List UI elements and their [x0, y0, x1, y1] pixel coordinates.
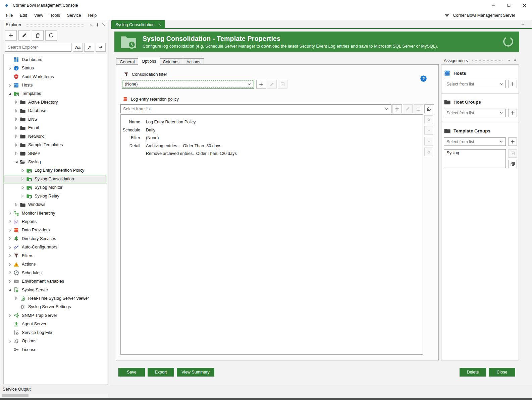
expander-icon[interactable] [14, 296, 19, 301]
copy-template-group-button[interactable] [508, 160, 517, 168]
view-summary-button[interactable]: View Summary [177, 368, 214, 377]
add-filter-button[interactable] [256, 80, 266, 89]
tree-item-dashboard[interactable]: Dashboard [4, 55, 107, 64]
tree-item-monitor-hierarchy[interactable]: Monitor Hierarchy [4, 209, 107, 217]
tree-item-network[interactable]: Network [4, 132, 107, 140]
minimize-button[interactable] [486, 0, 501, 11]
tree-item-filters[interactable]: Filters [4, 251, 107, 260]
pin-icon[interactable] [95, 23, 100, 27]
remove-policy-button[interactable] [414, 104, 423, 113]
expander-icon[interactable] [20, 185, 25, 190]
template-groups-listbox[interactable]: Syslog [444, 149, 506, 168]
menu-edit[interactable]: Edit [16, 11, 31, 19]
tree-item-agent-server[interactable]: Agent Server [4, 320, 107, 328]
add-hosts-button[interactable] [508, 80, 517, 88]
export-button[interactable]: Export [148, 368, 174, 377]
expander-icon[interactable] [7, 339, 12, 344]
add-template-groups-button[interactable] [508, 137, 517, 146]
search-input[interactable] [5, 43, 71, 52]
close-button[interactable]: Close [489, 368, 515, 377]
tree-item-syslog[interactable]: Syslog [4, 158, 107, 166]
menu-help[interactable]: Help [85, 11, 100, 19]
tree-item-sample-templates[interactable]: Sample Templates [4, 140, 107, 149]
list-item-syslog[interactable]: Syslog [444, 150, 506, 156]
pin-icon[interactable] [513, 58, 517, 63]
retention-policy-combobox[interactable]: Select from list [120, 104, 391, 113]
panel-menu-icon[interactable] [507, 58, 511, 63]
expander-icon[interactable] [14, 151, 19, 156]
expander-icon[interactable] [7, 211, 12, 216]
expander-icon[interactable] [7, 253, 12, 258]
explorer-close-icon[interactable] [102, 23, 106, 27]
remove-filter-button[interactable] [278, 80, 287, 89]
tree-item-active-directory[interactable]: Active Directory [4, 98, 107, 106]
tree-item-auto-configurators[interactable]: Auto-Configurators [4, 243, 107, 251]
service-output-label[interactable]: Service Output [3, 387, 31, 392]
expander-icon[interactable] [14, 134, 19, 139]
tree-item-schedules[interactable]: Schedules [4, 269, 107, 277]
edit-policy-button[interactable] [403, 104, 413, 113]
expander-icon[interactable] [14, 159, 19, 164]
copy-policy-button[interactable] [424, 104, 434, 113]
tab-close-icon[interactable] [158, 23, 162, 26]
expander-icon[interactable] [14, 125, 19, 130]
remove-template-group-button[interactable] [508, 149, 517, 158]
tree-item-reports[interactable]: Reports [4, 217, 107, 226]
expander-icon[interactable] [7, 219, 12, 224]
expander-icon[interactable] [20, 168, 25, 173]
tree-item-snmp-trap-server[interactable]: SNMP Trap Server [4, 311, 107, 320]
tree-item-database[interactable]: Database [4, 107, 107, 115]
move-up-button[interactable] [424, 126, 433, 135]
expander-icon[interactable] [7, 228, 12, 233]
tree-item-license[interactable]: License [4, 345, 107, 354]
expander-icon[interactable] [7, 270, 12, 275]
expander-icon[interactable] [7, 66, 12, 71]
expander-icon[interactable] [7, 245, 12, 250]
move-top-button[interactable] [424, 115, 433, 124]
expander-icon[interactable] [7, 313, 12, 318]
scrollbar-thumb[interactable] [2, 394, 29, 397]
tree-item-service-log-file[interactable]: Service Log File [4, 328, 107, 337]
menu-view[interactable]: View [31, 11, 47, 19]
delete-button[interactable]: Delete [460, 368, 486, 377]
tree-item-snmp[interactable]: SNMP [4, 149, 107, 158]
delete-button[interactable] [32, 30, 44, 41]
menu-tools[interactable]: Tools [47, 11, 63, 19]
expander-icon[interactable] [14, 108, 19, 113]
match-case-button[interactable]: Aa [73, 43, 83, 52]
tree-item-environment-variables[interactable]: (x)Environment Variables [4, 277, 107, 285]
expander-icon[interactable] [7, 83, 12, 88]
tree-item-syslog-relay[interactable]: Syslog Relay [4, 192, 107, 200]
expander-icon[interactable] [20, 176, 25, 181]
tree-item-windows[interactable]: Windows [4, 200, 107, 209]
tree-item-syslog-server-settings[interactable]: Syslog Server Settings [4, 303, 107, 311]
tree-item-email[interactable]: Email [4, 124, 107, 132]
tree-item-syslog-consolidation[interactable]: Syslog Consolidation [4, 175, 107, 183]
expander-icon[interactable] [14, 202, 19, 207]
tab-options[interactable]: Options [138, 57, 160, 65]
tree-item-directory-services[interactable]: Directory Services [4, 234, 107, 243]
move-down-button[interactable] [424, 137, 433, 146]
add-button[interactable] [5, 30, 17, 41]
expander-icon[interactable] [14, 100, 19, 105]
expander-icon[interactable] [7, 279, 12, 284]
menu-service[interactable]: Service [64, 11, 85, 19]
document-tab-syslog-consolidation[interactable]: Syslog Consolidation [111, 20, 165, 29]
panel-menu-icon[interactable] [89, 23, 93, 27]
tree-item-actions[interactable]: Actions [4, 260, 107, 269]
consolidation-filter-combobox[interactable]: (None) [122, 80, 254, 89]
tree-item-hosts[interactable]: Hosts [4, 81, 107, 89]
edit-button[interactable] [18, 30, 30, 41]
expander-icon[interactable] [7, 287, 12, 292]
add-host-groups-button[interactable] [508, 109, 517, 117]
tree-item-audit-work-items[interactable]: Audit Work Items [4, 72, 107, 81]
template-groups-combobox[interactable]: Select from list [444, 137, 506, 146]
add-policy-button[interactable] [392, 104, 402, 113]
help-icon[interactable]: ? [420, 75, 427, 82]
move-bottom-button[interactable] [424, 148, 433, 156]
tree-item-data-providers[interactable]: Data Providers [4, 226, 107, 234]
save-button[interactable]: Save [118, 368, 145, 377]
horizontal-scrollbar[interactable] [0, 394, 108, 398]
expander-icon[interactable] [20, 193, 25, 198]
tree-item-syslog-monitor[interactable]: Syslog Monitor [4, 183, 107, 192]
